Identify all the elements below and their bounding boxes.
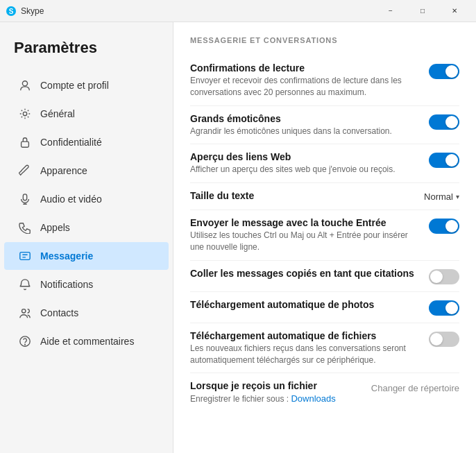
toggle-telechargement-photos[interactable] [429,300,459,316]
sidebar-item-label: Appels [40,222,70,233]
sidebar-item-appels[interactable]: Appels [4,214,169,241]
sidebar-item-label: Confidentialité [40,137,102,148]
change-dir-button[interactable]: Changer de répertoire [371,383,459,393]
sidebar-item-contacts[interactable]: Contacts [4,299,169,327]
sidebar-item-label: Audio et vidéo [40,194,102,205]
sidebar-item-apparence[interactable]: Apparence [4,157,169,185]
apparence-icon [18,164,32,178]
setting-desc-grands-emoticones: Agrandir les émoticônes uniques dans la … [190,126,420,137]
setting-row-confirmations: Confirmations de lecture Envoyer et rece… [190,55,459,106]
contacts-icon [18,306,32,320]
setting-text-taille-texte: Taille du texte [190,190,416,203]
svg-point-9 [25,344,26,345]
setting-title-apercu-liens: Aperçu des liens Web [190,151,420,162]
sidebar-item-label: Contacts [40,307,78,318]
app-icon: S [6,6,17,17]
sidebar-item-label: Aide et commentaires [40,336,134,347]
toggle-confirmations[interactable] [429,64,459,79]
setting-text-apercu-liens: Aperçu des liens Web Afficher un aperçu … [190,151,420,176]
sidebar-item-confidentialite[interactable]: Confidentialité [4,128,169,156]
audio-icon [18,192,32,206]
aide-icon [18,334,32,348]
svg-rect-4 [22,142,29,147]
setting-row-apercu-liens: Aperçu des liens Web Afficher un aperçu … [190,144,459,183]
setting-title-grands-emoticones: Grands émoticônes [190,113,420,124]
sidebar-item-compte[interactable]: Compte et profil [4,71,169,99]
sidebar-item-messagerie[interactable]: Messagerie [4,242,169,270]
setting-title-confirmations: Confirmations de lecture [190,62,420,74]
compte-icon [18,78,32,92]
svg-point-2 [22,81,27,86]
change-dir-recevoir-fichier[interactable]: Changer de répertoire [371,382,459,393]
setting-desc-telechargement-fichiers: Les nouveaux fichiers reçus dans les con… [190,343,420,366]
svg-rect-5 [23,194,26,200]
title-bar: S Skype − □ ✕ [0,0,476,22]
downloads-link[interactable]: Downloads [291,393,335,404]
toggle-telechargement-fichiers[interactable] [429,332,459,347]
setting-desc-apercu-liens: Afficher un aperçu des sites web que j'e… [190,164,420,176]
sidebar-title: Paramètres [0,39,173,71]
maximize-button[interactable]: □ [407,0,439,22]
setting-row-grands-emoticones: Grands émoticônes Agrandir les émoticône… [190,106,459,145]
setting-desc-envoyer-entree: Utilisez les touches Ctrl ou Maj ou Alt … [190,230,420,253]
setting-title-recevoir-fichier: Lorsque je reçois un fichier [190,380,363,391]
setting-desc-confirmations: Envoyer et recevoir des confirmations de… [190,75,420,99]
setting-row-telechargement-photos: Téléchargement automatique de photos [190,292,459,323]
window-title: Skype [21,6,375,16]
setting-text-confirmations: Confirmations de lecture Envoyer et rece… [190,62,420,99]
sidebar-item-label: Apparence [40,165,87,176]
sidebar-item-label: Messagerie [40,250,93,262]
svg-point-3 [23,112,26,115]
toggle-grands-emoticones[interactable] [429,114,459,130]
close-button[interactable]: ✕ [439,0,470,22]
setting-title-telechargement-photos: Téléchargement automatique de photos [190,299,420,310]
sidebar-item-general[interactable]: Général [4,100,169,128]
sidebar-item-label: Général [40,108,75,119]
svg-rect-6 [20,253,30,260]
sidebar-item-audio[interactable]: Audio et vidéo [4,185,169,213]
sidebar: Paramètres Compte et profil Général Conf… [0,22,173,453]
setting-row-recevoir-fichier: Lorsque je reçois un fichier Enregistrer… [190,373,459,412]
setting-title-taille-texte: Taille du texte [190,190,416,201]
setting-text-envoyer-entree: Envoyer le message avec la touche Entrée… [190,217,420,253]
sidebar-item-label: Compte et profil [40,80,109,91]
setting-text-telechargement-fichiers: Téléchargement automatique de fichiers L… [190,330,420,366]
minimize-button[interactable]: − [375,0,407,22]
setting-text-telechargement-photos: Téléchargement automatique de photos [190,299,420,311]
chevron-down-icon: ▾ [456,193,459,200]
setting-row-envoyer-entree: Envoyer le message avec la touche Entrée… [190,210,459,261]
toggle-apercu-liens[interactable] [429,153,459,168]
appels-icon [18,221,32,234]
confidentialite-icon [18,135,32,149]
general-icon [18,107,32,121]
setting-title-envoyer-entree: Envoyer le message avec la touche Entrée [190,217,420,228]
setting-title-telechargement-fichiers: Téléchargement automatique de fichiers [190,330,420,341]
dropdown-taille-texte[interactable]: Normal ▾ [424,191,459,202]
sidebar-item-aide[interactable]: Aide et commentaires [4,327,169,355]
setting-text-recevoir-fichier: Lorsque je reçois un fichier Enregistrer… [190,380,363,405]
dropdown-value: Normal [424,191,453,202]
section-header: MESSAGERIE ET CONVERSATIONS [190,36,459,44]
svg-point-7 [22,309,26,313]
sidebar-item-label: Notifications [40,279,93,290]
app-body: Paramètres Compte et profil Général Conf… [0,22,476,453]
setting-desc-recevoir-fichier: Enregistrer le fichier sous : Downloads [190,393,363,405]
setting-row-telechargement-fichiers: Téléchargement automatique de fichiers L… [190,323,459,374]
messagerie-icon [18,249,32,263]
svg-text:S: S [9,8,14,15]
toggle-coller-citations[interactable] [429,269,459,284]
window-controls: − □ ✕ [375,0,470,22]
content-panel: MESSAGERIE ET CONVERSATIONS Confirmation… [173,22,476,453]
setting-text-coller-citations: Coller les messages copiés en tant que c… [190,268,420,280]
notifications-icon [18,277,32,291]
setting-row-taille-texte: Taille du texte Normal ▾ [190,183,459,210]
setting-row-coller-citations: Coller les messages copiés en tant que c… [190,261,459,292]
setting-title-coller-citations: Coller les messages copiés en tant que c… [190,268,420,279]
setting-text-grands-emoticones: Grands émoticônes Agrandir les émoticône… [190,113,420,137]
sidebar-item-notifications[interactable]: Notifications [4,271,169,298]
toggle-envoyer-entree[interactable] [429,219,459,234]
